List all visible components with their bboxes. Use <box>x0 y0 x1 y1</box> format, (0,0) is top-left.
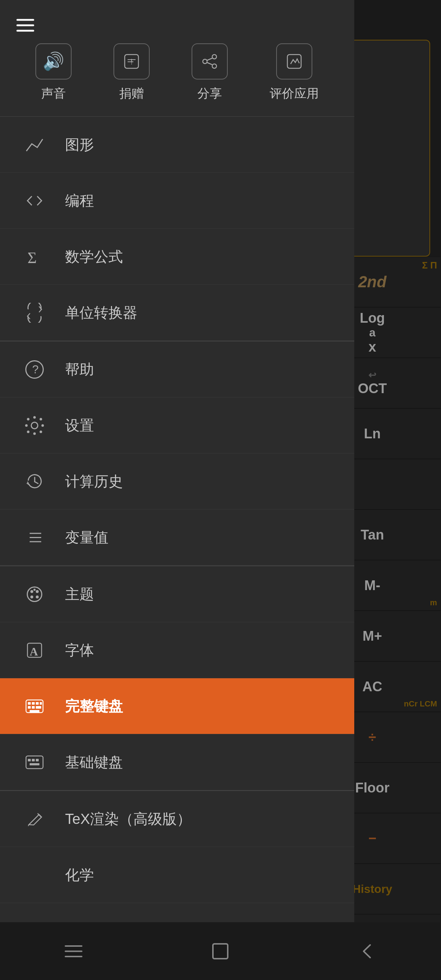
sound-label: 声音 <box>41 85 66 102</box>
svg-point-15 <box>33 432 36 435</box>
drawer-top-icons: 🔊 声音 ! 捐赠 <box>0 0 354 117</box>
svg-rect-38 <box>28 706 31 709</box>
nav-menu-button[interactable] <box>52 929 95 973</box>
menu-item-font[interactable]: A 字体 <box>0 622 354 678</box>
nav-back-button[interactable] <box>346 929 389 973</box>
svg-rect-37 <box>40 702 42 705</box>
menu-item-variables[interactable]: 变量值 <box>0 509 354 566</box>
svg-rect-55 <box>213 944 228 959</box>
tex-render-label: TeX渲染（高级版） <box>65 809 191 829</box>
svg-rect-45 <box>36 759 39 761</box>
variables-label: 变量值 <box>65 528 108 547</box>
svg-point-20 <box>40 418 42 420</box>
svg-rect-36 <box>36 702 39 705</box>
svg-point-30 <box>33 589 35 591</box>
svg-point-17 <box>41 424 44 427</box>
rate-icon <box>276 43 312 80</box>
svg-rect-40 <box>36 706 41 709</box>
sound-button[interactable]: 🔊 声音 <box>35 43 72 102</box>
svg-point-19 <box>40 430 42 433</box>
menu-item-theme[interactable]: 主题 <box>0 566 354 622</box>
sound-icon: 🔊 <box>35 43 72 80</box>
theme-icon <box>22 581 47 607</box>
drawer-menu: 图形 编程 Σ 数学公式 <box>0 117 354 980</box>
svg-point-14 <box>33 416 36 418</box>
font-label: 字体 <box>65 640 94 660</box>
svg-point-21 <box>27 430 29 433</box>
svg-rect-46 <box>30 763 40 765</box>
menu-item-settings[interactable]: 设置 <box>0 398 354 453</box>
graph-icon <box>22 132 47 157</box>
svg-point-26 <box>30 590 33 593</box>
unit-converter-label: 单位转换器 <box>65 303 137 323</box>
font-icon: A <box>22 638 47 663</box>
menu-item-full-keyboard[interactable]: 完整键盘 <box>0 678 354 734</box>
svg-point-29 <box>36 595 39 598</box>
nav-home-button[interactable] <box>199 929 242 973</box>
menu-item-calc-history[interactable]: 计算历史 <box>0 453 354 509</box>
menu-item-math-formula[interactable]: Σ 数学公式 <box>0 229 354 285</box>
full-keyboard-icon <box>22 694 47 719</box>
sigma-icon: Σ <box>22 244 47 269</box>
svg-point-6 <box>212 64 217 68</box>
svg-point-27 <box>36 590 39 593</box>
full-keyboard-label: 完整键盘 <box>65 696 123 716</box>
svg-rect-42 <box>26 756 43 768</box>
svg-rect-43 <box>28 759 31 761</box>
svg-text:?: ? <box>32 363 39 376</box>
menu-item-chemistry[interactable]: 化学 <box>0 847 354 903</box>
bottom-navigation <box>0 922 441 980</box>
rate-label: 评价应用 <box>270 85 319 102</box>
svg-rect-44 <box>32 759 35 761</box>
basic-keyboard-icon <box>22 749 47 775</box>
svg-rect-35 <box>32 702 35 705</box>
menu-item-graph[interactable]: 图形 <box>0 117 354 173</box>
settings-icon <box>22 413 47 438</box>
help-label: 帮助 <box>65 360 94 379</box>
graph-label: 图形 <box>65 135 94 155</box>
svg-rect-39 <box>32 706 35 709</box>
share-icon <box>192 43 228 80</box>
menu-item-help[interactable]: ? 帮助 <box>0 342 354 398</box>
svg-point-5 <box>203 59 207 64</box>
share-button[interactable]: 分享 <box>192 43 228 102</box>
menu-item-programming[interactable]: 编程 <box>0 173 354 229</box>
svg-text:Σ: Σ <box>27 249 37 267</box>
svg-line-8 <box>207 62 212 65</box>
share-label: 分享 <box>197 85 222 102</box>
calc-history-label: 计算历史 <box>65 472 123 492</box>
history-icon <box>22 469 47 494</box>
list-icon <box>22 525 47 550</box>
help-icon: ? <box>22 357 47 382</box>
svg-text:A: A <box>30 645 38 658</box>
pencil-icon <box>22 806 47 832</box>
donate-label: 捐赠 <box>119 85 144 102</box>
svg-point-18 <box>27 418 29 420</box>
hamburger-button[interactable] <box>11 11 40 40</box>
settings-label: 设置 <box>65 415 94 436</box>
menu-item-tex-render[interactable]: TeX渲染（高级版） <box>0 791 354 847</box>
side-drawer: 🔊 声音 ! 捐赠 <box>0 0 354 980</box>
donate-button[interactable]: ! 捐赠 <box>113 43 150 102</box>
svg-point-13 <box>31 422 38 429</box>
programming-label: 编程 <box>65 191 94 211</box>
theme-label: 主题 <box>65 584 94 604</box>
menu-item-unit-converter[interactable]: 单位转换器 <box>0 285 354 341</box>
rate-button[interactable]: 评价应用 <box>270 43 319 102</box>
svg-line-7 <box>207 58 212 60</box>
code-icon <box>22 188 47 213</box>
svg-point-16 <box>25 424 27 427</box>
donate-icon: ! <box>113 43 150 80</box>
svg-point-28 <box>30 595 33 598</box>
menu-item-basic-keyboard[interactable]: 基础键盘 <box>0 734 354 790</box>
svg-rect-41 <box>30 710 40 712</box>
chemistry-label: 化学 <box>65 865 94 885</box>
convert-icon <box>22 300 47 325</box>
svg-point-4 <box>212 54 217 59</box>
math-formula-label: 数学公式 <box>65 247 123 267</box>
svg-rect-34 <box>28 702 31 705</box>
chemistry-icon <box>22 862 47 888</box>
basic-keyboard-label: 基础键盘 <box>65 752 123 772</box>
